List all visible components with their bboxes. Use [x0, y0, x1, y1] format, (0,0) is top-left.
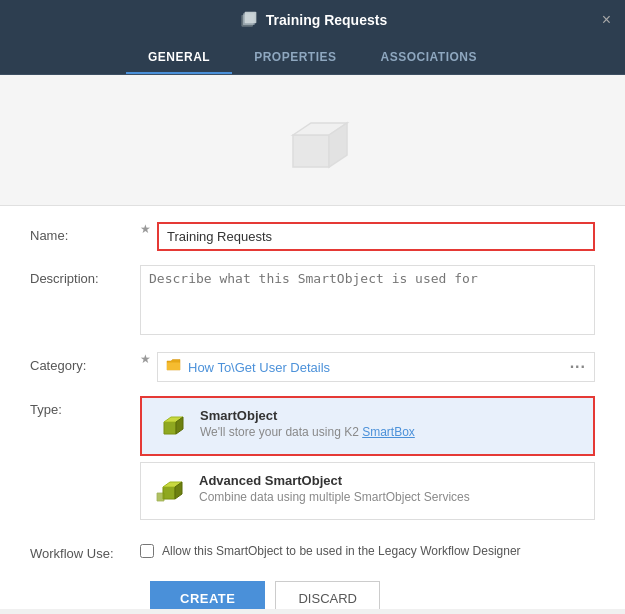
tab-properties[interactable]: PROPERTIES — [232, 40, 358, 74]
close-button[interactable]: × — [602, 11, 611, 29]
svg-marker-3 — [293, 135, 329, 167]
workflow-control: Allow this SmartObject to be used in the… — [140, 544, 595, 558]
svg-marker-13 — [157, 493, 164, 501]
main-content: Name: ★ Description: Category: ★ — [0, 75, 625, 609]
window-title: Training Requests — [266, 12, 387, 28]
type-row: Type: SmartObject We'll store your data … — [30, 396, 595, 526]
smartobject-info: SmartObject We'll store your data using … — [200, 408, 415, 439]
description-textarea[interactable] — [140, 265, 595, 335]
discard-button[interactable]: DISCARD — [275, 581, 380, 609]
name-control — [157, 222, 595, 251]
form-area: Name: ★ Description: Category: ★ — [0, 205, 625, 609]
svg-rect-2 — [244, 12, 256, 24]
workflow-checkbox-label: Allow this SmartObject to be used in the… — [162, 544, 521, 558]
type-option-smartobject[interactable]: SmartObject We'll store your data using … — [140, 396, 595, 456]
type-control: SmartObject We'll store your data using … — [140, 396, 595, 526]
name-input[interactable] — [157, 222, 595, 251]
smartobject-desc: We'll store your data using K2 SmartBox — [200, 425, 415, 439]
cube-area — [0, 75, 625, 205]
category-required-star: ★ — [140, 352, 151, 366]
smartobject-icon — [154, 408, 190, 444]
description-control — [140, 265, 595, 338]
tabs-bar: GENERAL PROPERTIES ASSOCIATIONS — [0, 40, 625, 75]
create-button[interactable]: CREATE — [150, 581, 265, 609]
workflow-checkbox[interactable] — [140, 544, 154, 558]
name-required-star: ★ — [140, 222, 151, 236]
tab-associations[interactable]: ASSOCIATIONS — [359, 40, 499, 74]
category-label: Category: — [30, 352, 140, 373]
tab-general[interactable]: GENERAL — [126, 40, 232, 74]
smartobject-name: SmartObject — [200, 408, 415, 423]
name-label: Name: — [30, 222, 140, 243]
app-icon — [238, 10, 258, 30]
svg-marker-10 — [163, 487, 175, 499]
workflow-label: Workflow Use: — [30, 540, 140, 561]
category-row: Category: ★ How To\Get User Details ··· — [30, 352, 595, 382]
description-row: Description: — [30, 265, 595, 338]
svg-rect-6 — [167, 362, 180, 370]
type-option-advanced-smartobject[interactable]: Advanced SmartObject Combine data using … — [140, 462, 595, 520]
folder-icon — [166, 359, 182, 376]
title-bar: Training Requests × — [0, 0, 625, 40]
category-more-button[interactable]: ··· — [570, 358, 586, 376]
svg-marker-7 — [164, 422, 176, 434]
buttons-row: CREATE DISCARD — [30, 581, 595, 609]
smartbox-link[interactable]: SmartBox — [362, 425, 415, 439]
cube-icon — [273, 105, 353, 185]
advanced-smartobject-name: Advanced SmartObject — [199, 473, 470, 488]
description-label: Description: — [30, 265, 140, 286]
name-row: Name: ★ — [30, 222, 595, 251]
advanced-smartobject-icon — [153, 473, 189, 509]
category-control: How To\Get User Details ··· — [157, 352, 595, 382]
category-value: How To\Get User Details — [188, 360, 570, 375]
advanced-smartobject-desc: Combine data using multiple SmartObject … — [199, 490, 470, 504]
workflow-row: Workflow Use: Allow this SmartObject to … — [30, 540, 595, 561]
advanced-smartobject-info: Advanced SmartObject Combine data using … — [199, 473, 470, 504]
type-label: Type: — [30, 396, 140, 417]
category-field[interactable]: How To\Get User Details ··· — [157, 352, 595, 382]
